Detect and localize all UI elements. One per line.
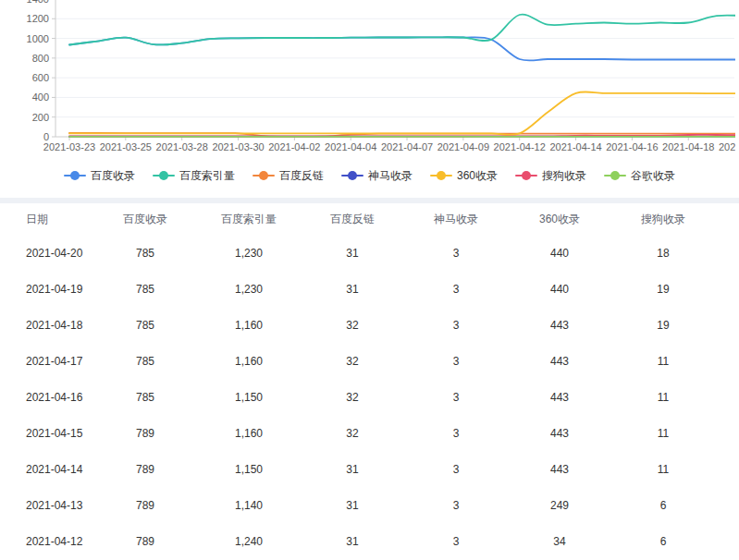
value-cell: 789: [93, 523, 197, 559]
value-cell: 1,230: [197, 235, 301, 271]
y-axis-label: 600: [32, 72, 49, 83]
y-axis-label: 1200: [27, 13, 49, 24]
chart-legend: 百度收录百度索引量百度反链神马收录360收录搜狗收录谷歌收录: [0, 166, 739, 185]
table-row: 2021-04-147891,150313443111: [0, 451, 739, 487]
value-cell: 32: [301, 379, 404, 415]
value-cell: 11: [611, 379, 715, 415]
value-cell: 1,150: [197, 379, 301, 415]
date-cell: 2021-04-12: [0, 523, 93, 559]
x-axis-label: 2021-03-25: [100, 141, 152, 152]
legend-label: 360收录: [457, 168, 498, 184]
value-cell: 785: [93, 307, 197, 343]
x-axis-label: 2021-03-28: [156, 141, 208, 152]
column-header: 百度反链: [301, 203, 404, 235]
legend-item[interactable]: 百度索引量: [153, 168, 235, 184]
value-cell: 1: [715, 343, 739, 379]
value-cell: 19: [611, 271, 715, 307]
value-cell: 789: [93, 451, 197, 487]
value-cell: 443: [508, 451, 611, 487]
value-cell: 443: [508, 343, 611, 379]
value-cell: 31: [301, 487, 404, 523]
value-cell: 1,240: [197, 523, 301, 559]
date-cell: 2021-04-15: [0, 415, 93, 451]
x-axis-label: 2021-04-09: [437, 141, 489, 152]
y-axis-label: 800: [32, 53, 49, 64]
series-line-百度收录: [69, 37, 735, 60]
date-cell: 2021-04-16: [0, 379, 93, 415]
table-row: 2021-04-157891,160323443111: [0, 415, 739, 451]
legend-item[interactable]: 神马收录: [341, 168, 413, 184]
value-cell: 1,230: [197, 271, 301, 307]
legend-marker-icon: [430, 171, 452, 180]
date-cell: 2021-04-17: [0, 343, 93, 379]
column-header: 360收录: [508, 203, 611, 235]
value-cell: 1: [715, 271, 739, 307]
column-header: 搜狗收录: [611, 203, 715, 235]
collection-data-table-section: 日期百度收录百度索引量百度反链神马收录360收录搜狗收录谷歌收录 2021-04…: [0, 203, 739, 560]
column-header: 百度收录: [93, 203, 197, 235]
collection-trend-chart-section: 02004006008001000120014002021-03-232021-…: [0, 0, 739, 185]
date-cell: 2021-04-13: [0, 487, 93, 523]
legend-label: 百度反链: [279, 168, 324, 184]
value-cell: 11: [611, 415, 715, 451]
value-cell: 3: [404, 523, 508, 559]
value-cell: 440: [508, 235, 611, 271]
date-cell: 2021-04-18: [0, 307, 93, 343]
value-cell: 6: [611, 523, 715, 559]
x-axis-label: 2021-04-02: [268, 141, 320, 152]
value-cell: 443: [508, 415, 611, 451]
value-cell: 32: [301, 307, 404, 343]
legend-marker-icon: [341, 171, 363, 180]
value-cell: 31: [301, 451, 404, 487]
value-cell: 440: [508, 271, 611, 307]
y-axis-label: 200: [32, 112, 49, 123]
legend-item[interactable]: 百度反链: [252, 168, 324, 184]
value-cell: 785: [93, 343, 197, 379]
legend-item[interactable]: 谷歌收录: [604, 168, 675, 184]
table-row: 2021-04-127891,2403133461: [0, 523, 739, 559]
legend-marker-icon: [252, 171, 275, 180]
x-axis-label: 2021-04-16: [606, 141, 658, 152]
value-cell: 789: [93, 487, 197, 523]
column-header: 日期: [0, 203, 93, 235]
legend-label: 百度收录: [91, 168, 135, 184]
value-cell: 3: [404, 379, 508, 415]
table-row: 2021-04-137891,14031324961: [0, 487, 739, 523]
legend-marker-icon: [515, 171, 537, 180]
value-cell: 1: [715, 415, 739, 451]
series-line-360收录: [69, 91, 735, 135]
column-header: 神马收录: [404, 203, 508, 235]
value-cell: 34: [508, 523, 611, 559]
date-cell: 2021-04-20: [0, 235, 93, 271]
value-cell: 1: [715, 451, 739, 487]
value-cell: 443: [508, 379, 611, 415]
legend-label: 搜狗收录: [542, 168, 586, 184]
value-cell: 6: [611, 487, 715, 523]
y-axis-label: 1400: [27, 0, 49, 5]
x-axis-label: 2021-04-20: [719, 141, 735, 152]
y-axis-label: 1000: [27, 33, 49, 44]
legend-item[interactable]: 搜狗收录: [515, 168, 586, 184]
value-cell: 3: [404, 271, 508, 307]
table-row: 2021-04-187851,160323443191: [0, 307, 739, 343]
value-cell: 32: [301, 415, 404, 451]
value-cell: 1: [715, 379, 739, 415]
legend-item[interactable]: 360收录: [430, 168, 498, 184]
x-axis-label: 2021-04-18: [662, 141, 714, 152]
value-cell: 443: [508, 307, 611, 343]
value-cell: 3: [404, 415, 508, 451]
value-cell: 1,140: [197, 487, 301, 523]
legend-label: 神马收录: [368, 168, 413, 184]
legend-item[interactable]: 百度收录: [64, 168, 135, 184]
x-axis-label: 2021-04-14: [549, 141, 601, 152]
value-cell: 789: [93, 415, 197, 451]
date-cell: 2021-04-14: [0, 451, 93, 487]
legend-label: 百度索引量: [179, 168, 235, 184]
value-cell: 3: [404, 235, 508, 271]
table-row: 2021-04-177851,160323443111: [0, 343, 739, 379]
legend-label: 谷歌收录: [631, 168, 675, 184]
x-axis-label: 2021-03-23: [43, 141, 95, 152]
x-axis-label: 2021-04-12: [494, 141, 546, 152]
legend-marker-icon: [153, 171, 175, 180]
value-cell: 31: [301, 235, 404, 271]
